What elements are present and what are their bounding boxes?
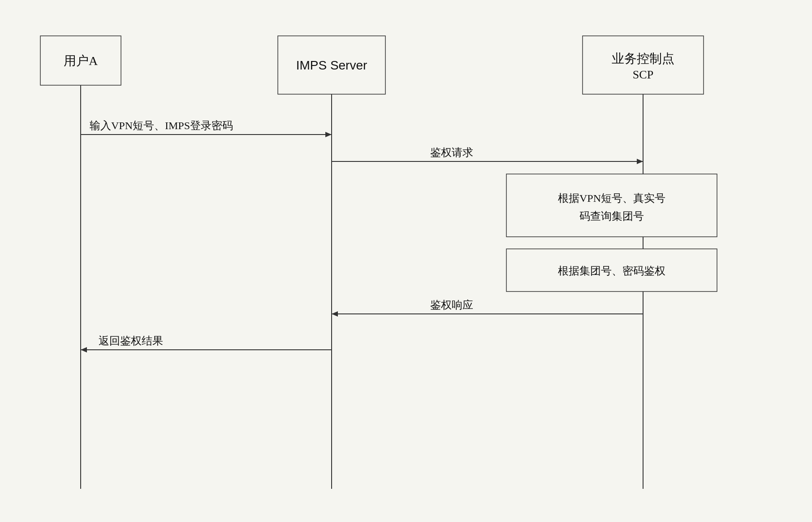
svg-text:返回鉴权结果: 返回鉴权结果 <box>99 335 163 347</box>
svg-rect-17 <box>506 174 717 237</box>
svg-rect-2 <box>278 36 385 94</box>
svg-marker-26 <box>81 347 87 352</box>
svg-text:鉴权响应: 鉴权响应 <box>430 299 473 311</box>
diagram-container: 用户A IMPS Server 业务控制点 SCP 输入VPN短号、IMPS登录… <box>0 0 812 522</box>
svg-text:IMPS Server: IMPS Server <box>296 58 367 72</box>
svg-text:SCP: SCP <box>633 68 653 81</box>
svg-text:根据集团号、密码鉴权: 根据集团号、密码鉴权 <box>558 265 665 277</box>
svg-text:码查询集团号: 码查询集团号 <box>579 210 644 222</box>
svg-rect-0 <box>40 36 121 85</box>
svg-marker-11 <box>325 132 332 137</box>
svg-text:用户A: 用户A <box>64 54 98 68</box>
svg-text:输入VPN短号、IMPS登录密码: 输入VPN短号、IMPS登录密码 <box>90 120 233 131</box>
svg-rect-4 <box>583 36 704 94</box>
svg-text:业务控制点: 业务控制点 <box>612 52 674 65</box>
svg-text:鉴权请求: 鉴权请求 <box>430 147 473 158</box>
svg-rect-20 <box>506 249 717 291</box>
svg-marker-15 <box>637 159 643 164</box>
diagram-svg: 用户A IMPS Server 业务控制点 SCP 输入VPN短号、IMPS登录… <box>0 0 812 522</box>
svg-text:根据VPN短号、真实号: 根据VPN短号、真实号 <box>558 192 665 204</box>
svg-marker-23 <box>332 311 338 317</box>
